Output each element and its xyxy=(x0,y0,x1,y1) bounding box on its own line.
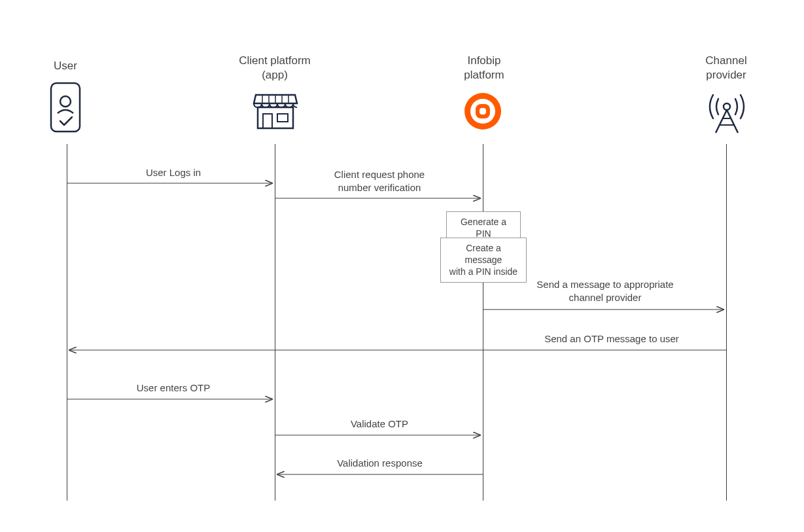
label-send-to-channel: Send a message to appropriate channel pr… xyxy=(530,278,680,304)
arrow-user-enters-otp xyxy=(67,396,275,402)
arrow-validation-response xyxy=(275,471,483,478)
infobip-logo-icon xyxy=(463,92,502,133)
label-user-enters-otp: User enters OTP xyxy=(128,381,219,395)
label-client-request-verification: Client request phone number verification xyxy=(321,168,438,194)
arrow-send-otp-to-user xyxy=(67,347,726,353)
label-send-otp-to-user: Send an OTP message to user xyxy=(536,332,687,346)
arrow-user-logs-in xyxy=(67,180,275,186)
lifeline-user xyxy=(67,144,67,501)
arrow-validate-otp xyxy=(275,432,483,438)
lifeline-infobip xyxy=(483,144,483,501)
participant-client-label: Client platform (app) xyxy=(222,54,327,82)
label-user-logs-in: User Logs in xyxy=(131,166,216,179)
svg-point-1 xyxy=(60,96,71,107)
participant-user-label: User xyxy=(46,59,85,73)
lifeline-channel xyxy=(726,144,727,501)
arrow-send-to-channel xyxy=(483,306,726,313)
label-validate-otp: Validate OTP xyxy=(337,417,422,431)
label-validation-response: Validation response xyxy=(326,457,434,470)
participant-channel-label: Channel provider xyxy=(687,54,765,82)
svg-point-14 xyxy=(724,103,730,110)
note-create-message: Create a message with a PIN inside xyxy=(440,238,527,283)
channel-tower-icon xyxy=(704,88,750,137)
svg-rect-4 xyxy=(277,114,288,122)
user-phone-icon xyxy=(50,82,81,135)
arrow-client-request-verification xyxy=(275,195,483,202)
svg-rect-3 xyxy=(263,114,272,128)
svg-rect-13 xyxy=(480,108,486,115)
client-storefront-icon xyxy=(253,92,298,133)
participant-infobip-label: Infobip platform xyxy=(445,54,523,82)
